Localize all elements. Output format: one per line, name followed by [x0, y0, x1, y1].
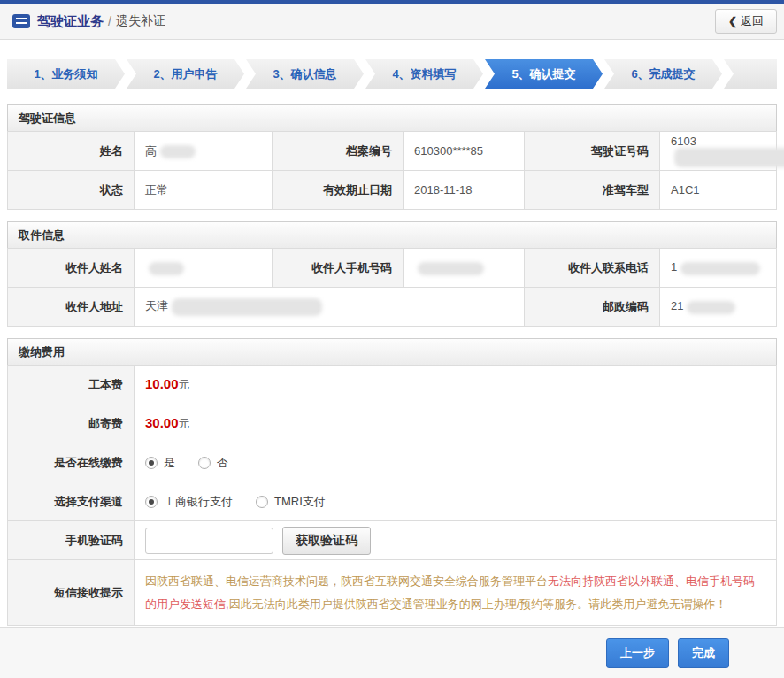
file-no-label: 档案编号 [273, 132, 404, 171]
vehicle-class-value: A1C1 [660, 171, 777, 210]
radio-selected-icon[interactable] [145, 457, 158, 469]
recipient-address-label: 收件人地址 [8, 288, 135, 327]
redaction-blur [687, 301, 735, 314]
license-info-section: 驾驶证信息 姓名 高 档案编号 610300****85 驾驶证号码 6103 … [7, 104, 777, 210]
online-pay-yes-label: 是 [164, 455, 175, 471]
breadcrumb-separator: / [108, 14, 111, 28]
online-pay-no-label: 否 [217, 455, 228, 471]
table-row: 状态 正常 有效期止日期 2018-11-18 准驾车型 A1C1 [8, 171, 777, 210]
pay-channel-options: 工商银行支付 TMRI支付 [135, 482, 777, 521]
work-fee-unit: 元 [179, 378, 190, 391]
step-2-user-declaration[interactable]: 2、用户申告 [127, 59, 244, 89]
pay-channel-label: 选择支付渠道 [8, 482, 135, 521]
recipient-name-value [135, 249, 273, 288]
recipient-phone-label: 收件人联系电话 [525, 249, 660, 288]
step-4-fill-data[interactable]: 4、资料填写 [365, 59, 483, 89]
finish-button[interactable]: 完成 [678, 638, 729, 668]
redaction-blur [160, 145, 196, 158]
previous-step-button[interactable]: 上一步 [606, 638, 669, 668]
step-bar-filler [724, 59, 777, 89]
channel-icbc-label: 工商银行支付 [164, 494, 233, 510]
table-row: 工本费 10.00元 [8, 366, 777, 404]
work-fee-value: 10.00元 [135, 366, 777, 404]
pickup-info-section: 取件信息 收件人姓名 收件人手机号码 收件人联系电话 1 收件人地址 天津 邮政… [7, 221, 777, 327]
redaction-blur [680, 262, 760, 275]
name-value: 高 [135, 132, 273, 171]
recipient-name-label: 收件人姓名 [8, 249, 135, 288]
table-row: 收件人地址 天津 邮政编码 21 [8, 288, 777, 327]
redaction-blur [418, 262, 484, 275]
recipient-mobile-value [404, 249, 525, 288]
table-row: 短信接收提示 因陕西省联通、电信运营商技术问题，陕西省互联网交通安全综合服务管理… [8, 560, 777, 626]
postage-amount: 30.00 [145, 415, 179, 430]
step-1-business-notice[interactable]: 1、业务须知 [7, 59, 125, 89]
recipient-address-value: 天津 [135, 288, 525, 327]
pickup-info-table: 收件人姓名 收件人手机号码 收件人联系电话 1 收件人地址 天津 邮政编码 21 [7, 248, 777, 327]
radio-selected-icon[interactable] [145, 496, 158, 508]
work-fee-label: 工本费 [8, 366, 135, 404]
step-3-confirm-info[interactable]: 3、确认信息 [246, 59, 364, 89]
channel-tmri-label: TMRI支付 [274, 494, 326, 510]
table-row: 姓名 高 档案编号 610300****85 驾驶证号码 6103 [8, 132, 777, 171]
recipient-phone-value: 1 [660, 249, 777, 288]
sms-notice-part3: 因此无法向此类用户提供陕西省交通管理业务的网上办理/预约等服务。请此类用户避免无… [229, 597, 727, 611]
file-no-value: 610300****85 [404, 132, 525, 171]
postal-code-label: 邮政编码 [525, 288, 660, 327]
status-label: 状态 [8, 171, 135, 210]
page-title: 驾驶证业务 [37, 13, 104, 30]
chevron-left-icon: ❮ [728, 15, 737, 27]
postage-value: 30.00元 [135, 404, 777, 443]
radio-unselected-icon[interactable] [198, 457, 211, 469]
step-5-confirm-submit[interactable]: 5、确认提交 [485, 59, 603, 89]
online-pay-no-option[interactable]: 否 [198, 455, 228, 471]
expiry-value: 2018-11-18 [404, 171, 525, 210]
online-pay-label: 是否在线缴费 [8, 443, 135, 482]
license-info-section-title: 驾驶证信息 [7, 104, 777, 131]
footer-action-bar: 上一步 完成 [0, 627, 784, 678]
radio-unselected-icon[interactable] [256, 496, 268, 508]
name-label: 姓名 [8, 132, 135, 171]
recipient-mobile-label: 收件人手机号码 [273, 249, 404, 288]
payment-section-title: 缴纳费用 [7, 338, 777, 365]
back-button[interactable]: ❮ 返回 [715, 9, 777, 34]
expiry-label: 有效期止日期 [273, 171, 404, 210]
online-pay-yes-option[interactable]: 是 [145, 455, 175, 471]
back-button-label: 返回 [741, 13, 764, 29]
form-list-icon [12, 14, 30, 28]
sms-code-row: 获取验证码 [135, 521, 777, 560]
sms-code-input[interactable] [145, 528, 273, 554]
postage-unit: 元 [179, 417, 190, 430]
payment-table: 工本费 10.00元 邮寄费 30.00元 是否在线缴费 是 [7, 365, 777, 626]
table-row: 选择支付渠道 工商银行支付 TMRI支付 [8, 482, 777, 521]
step-progress-bar: 1、业务须知 2、用户申告 3、确认信息 4、资料填写 5、确认提交 6、完成提… [7, 59, 777, 89]
redaction-blur [149, 262, 184, 275]
channel-tmri-option[interactable]: TMRI支付 [256, 494, 326, 510]
step-6-finish-submit[interactable]: 6、完成提交 [604, 59, 722, 89]
page-subtitle: 遗失补证 [116, 13, 165, 29]
status-value: 正常 [135, 171, 273, 210]
pickup-info-section-title: 取件信息 [7, 221, 777, 248]
redaction-blur [674, 148, 784, 167]
postal-code-value: 21 [660, 288, 777, 327]
redaction-blur [172, 298, 322, 316]
table-row: 手机验证码 获取验证码 [8, 521, 777, 560]
channel-icbc-option[interactable]: 工商银行支付 [145, 494, 233, 510]
license-no-value: 6103 [660, 132, 777, 171]
license-no-label: 驾驶证号码 [525, 132, 660, 171]
online-pay-options: 是 否 [135, 443, 777, 482]
app-header: 驾驶证业务 / 遗失补证 ❮ 返回 [0, 4, 784, 40]
table-row: 收件人姓名 收件人手机号码 收件人联系电话 1 [8, 249, 777, 288]
sms-notice-part1: 因陕西省联通、电信运营商技术问题，陕西省互联网交通安全综合服务管理平台 [145, 574, 548, 588]
vehicle-class-label: 准驾车型 [525, 171, 660, 210]
work-fee-amount: 10.00 [145, 376, 179, 391]
table-row: 邮寄费 30.00元 [8, 404, 777, 443]
payment-section: 缴纳费用 工本费 10.00元 邮寄费 30.00元 是否在线缴费 是 [7, 338, 777, 626]
sms-notice-label: 短信接收提示 [8, 560, 135, 626]
sms-code-label: 手机验证码 [8, 521, 135, 560]
get-sms-code-button[interactable]: 获取验证码 [282, 527, 371, 555]
table-row: 是否在线缴费 是 否 [8, 443, 777, 482]
sms-notice-text: 因陕西省联通、电信运营商技术问题，陕西省互联网交通安全综合服务管理平台无法向持陕… [135, 560, 777, 626]
license-info-table: 姓名 高 档案编号 610300****85 驾驶证号码 6103 状态 正常 … [7, 131, 777, 210]
postage-label: 邮寄费 [8, 404, 135, 443]
